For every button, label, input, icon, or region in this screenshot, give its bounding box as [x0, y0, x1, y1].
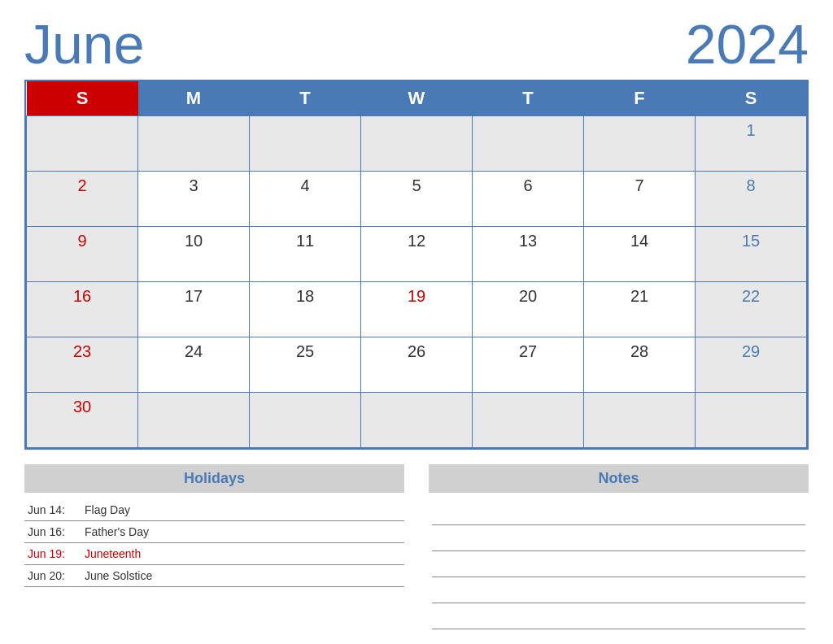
calendar-day: 21 [584, 282, 696, 337]
calendar-day [361, 116, 473, 172]
notes-header: Notes [429, 464, 809, 493]
calendar-day: 19 [361, 282, 473, 337]
col-header-sun: S [27, 81, 138, 116]
calendar-day: 10 [138, 227, 250, 282]
calendar-day: 27 [473, 337, 584, 393]
holiday-name: June Solstice [85, 569, 152, 582]
notes-line [432, 577, 805, 603]
col-header-mon: M [138, 81, 250, 116]
holidays-panel: Holidays Jun 14:Flag DayJun 16:Father's … [24, 464, 404, 644]
notes-line [432, 629, 805, 644]
notes-line [432, 499, 805, 525]
calendar-day [473, 393, 584, 448]
calendar-day: 9 [27, 227, 138, 282]
holiday-date: Jun 14: [28, 503, 85, 516]
calendar-day: 4 [250, 172, 361, 227]
calendar-wrapper: S M T W T F S 12345678910111213141516171… [24, 80, 809, 450]
calendar-day: 16 [27, 282, 138, 337]
calendar-day: 1 [696, 116, 807, 172]
calendar-day [473, 116, 584, 172]
calendar-day: 24 [138, 337, 250, 393]
holiday-item: Jun 14:Flag Day [24, 499, 404, 521]
calendar-week-row: 1 [27, 116, 807, 172]
bottom-section: Holidays Jun 14:Flag DayJun 16:Father's … [24, 464, 809, 644]
calendar-day: 13 [473, 227, 584, 282]
col-header-wed: W [361, 81, 473, 116]
year-title: 2024 [686, 16, 809, 72]
calendar-table: S M T W T F S 12345678910111213141516171… [26, 81, 807, 448]
calendar-week-row: 30 [27, 393, 807, 448]
month-title: June [24, 16, 144, 72]
col-header-sat: S [696, 81, 807, 116]
calendar-day: 6 [473, 172, 584, 227]
holiday-item: Jun 16:Father's Day [24, 521, 404, 543]
notes-line [432, 603, 805, 629]
calendar-day: 11 [250, 227, 361, 282]
calendar-day: 12 [361, 227, 473, 282]
calendar-day: 22 [696, 282, 807, 337]
calendar-day: 25 [250, 337, 361, 393]
holiday-item: Jun 20:June Solstice [24, 565, 404, 587]
calendar-day: 5 [361, 172, 473, 227]
col-header-thu: T [473, 81, 584, 116]
col-header-fri: F [584, 81, 696, 116]
notes-line [432, 551, 805, 577]
calendar-day [27, 116, 138, 172]
holiday-date: Jun 16: [28, 525, 85, 538]
calendar-day: 15 [696, 227, 807, 282]
calendar-day [250, 116, 361, 172]
calendar-page: June 2024 S M T W T F S 1234567891011121… [0, 0, 833, 644]
holiday-item: Jun 19:Juneteenth [24, 543, 404, 565]
calendar-day [250, 393, 361, 448]
calendar-day [696, 393, 807, 448]
holiday-date: Jun 19: [28, 547, 85, 560]
notes-panel: Notes [429, 464, 809, 644]
calendar-day: 28 [584, 337, 696, 393]
col-header-tue: T [250, 81, 361, 116]
calendar-day: 30 [27, 393, 138, 448]
holiday-name: Flag Day [85, 503, 130, 516]
calendar-week-row: 2345678 [27, 172, 807, 227]
holidays-list: Jun 14:Flag DayJun 16:Father's DayJun 19… [24, 499, 404, 587]
calendar-day: 20 [473, 282, 584, 337]
calendar-day [138, 116, 250, 172]
calendar-day: 8 [696, 172, 807, 227]
calendar-day: 26 [361, 337, 473, 393]
calendar-header-row: S M T W T F S [27, 81, 807, 116]
notes-line [432, 525, 805, 551]
header: June 2024 [24, 16, 809, 72]
calendar-body: 1234567891011121314151617181920212223242… [27, 116, 807, 448]
calendar-day: 18 [250, 282, 361, 337]
calendar-day [138, 393, 250, 448]
calendar-day: 17 [138, 282, 250, 337]
calendar-day: 2 [27, 172, 138, 227]
notes-lines [429, 499, 809, 644]
calendar-day: 23 [27, 337, 138, 393]
calendar-day: 14 [584, 227, 696, 282]
calendar-week-row: 16171819202122 [27, 282, 807, 337]
calendar-day: 7 [584, 172, 696, 227]
calendar-day: 29 [696, 337, 807, 393]
holidays-header: Holidays [24, 464, 404, 493]
holiday-name: Juneteenth [85, 547, 141, 560]
calendar-week-row: 9101112131415 [27, 227, 807, 282]
holiday-date: Jun 20: [28, 569, 85, 582]
holiday-name: Father's Day [85, 525, 149, 538]
calendar-week-row: 23242526272829 [27, 337, 807, 393]
calendar-day [361, 393, 473, 448]
calendar-day [584, 393, 696, 448]
calendar-day [584, 116, 696, 172]
calendar-day: 3 [138, 172, 250, 227]
